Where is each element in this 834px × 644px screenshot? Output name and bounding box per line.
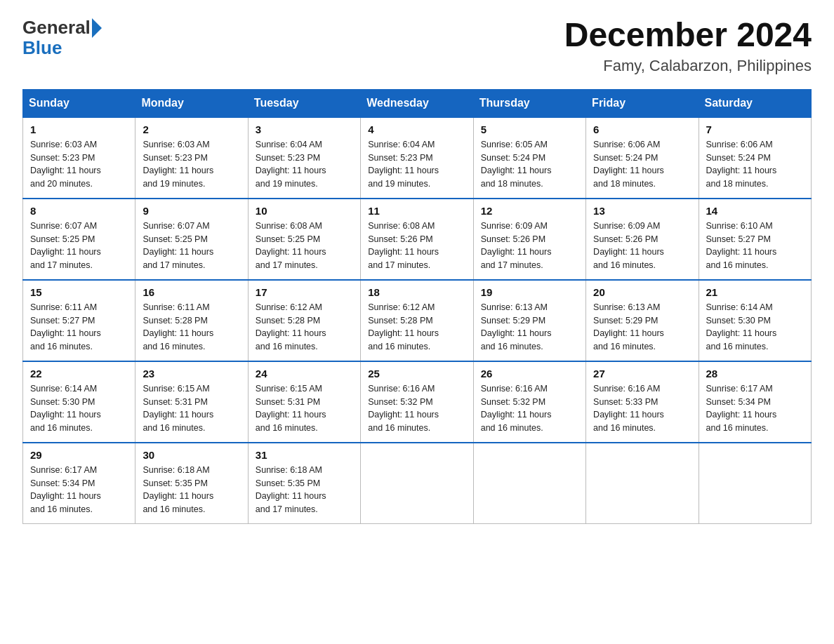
day-cell-10: 10Sunrise: 6:08 AMSunset: 5:25 PMDayligh… bbox=[248, 199, 360, 280]
day-cell-6: 6Sunrise: 6:06 AMSunset: 5:24 PMDaylight… bbox=[586, 117, 699, 199]
day-cell-15: 15Sunrise: 6:11 AMSunset: 5:27 PMDayligh… bbox=[23, 280, 135, 361]
weekday-header-sunday: Sunday bbox=[23, 89, 135, 117]
day-cell-5: 5Sunrise: 6:05 AMSunset: 5:24 PMDaylight… bbox=[473, 117, 585, 199]
day-info-22: Sunrise: 6:14 AMSunset: 5:30 PMDaylight:… bbox=[30, 382, 128, 435]
week-row-4: 22Sunrise: 6:14 AMSunset: 5:30 PMDayligh… bbox=[23, 361, 812, 443]
day-info-17: Sunrise: 6:12 AMSunset: 5:28 PMDaylight:… bbox=[256, 301, 353, 354]
day-info-3: Sunrise: 6:04 AMSunset: 5:23 PMDaylight:… bbox=[256, 138, 353, 191]
day-number-19: 19 bbox=[481, 286, 578, 298]
day-cell-7: 7Sunrise: 6:06 AMSunset: 5:24 PMDaylight… bbox=[699, 117, 811, 199]
day-cell-23: 23Sunrise: 6:15 AMSunset: 5:31 PMDayligh… bbox=[135, 361, 248, 443]
day-info-5: Sunrise: 6:05 AMSunset: 5:24 PMDaylight:… bbox=[481, 138, 578, 191]
logo-blue-text: Blue bbox=[22, 39, 62, 57]
day-info-9: Sunrise: 6:07 AMSunset: 5:25 PMDaylight:… bbox=[143, 220, 240, 272]
logo: General Blue bbox=[22, 17, 102, 57]
title-area: December 2024 Famy, Calabarzon, Philippi… bbox=[564, 17, 812, 75]
weekday-header-friday: Friday bbox=[586, 89, 699, 117]
day-cell-22: 22Sunrise: 6:14 AMSunset: 5:30 PMDayligh… bbox=[23, 361, 135, 443]
day-info-26: Sunrise: 6:16 AMSunset: 5:32 PMDaylight:… bbox=[481, 382, 578, 435]
day-number-8: 8 bbox=[30, 205, 128, 217]
day-info-16: Sunrise: 6:11 AMSunset: 5:28 PMDaylight:… bbox=[143, 301, 240, 354]
day-number-20: 20 bbox=[593, 286, 691, 298]
day-cell-14: 14Sunrise: 6:10 AMSunset: 5:27 PMDayligh… bbox=[699, 199, 811, 280]
day-number-30: 30 bbox=[143, 449, 240, 461]
day-number-14: 14 bbox=[706, 205, 804, 217]
weekday-header-wednesday: Wednesday bbox=[361, 89, 473, 117]
day-cell-12: 12Sunrise: 6:09 AMSunset: 5:26 PMDayligh… bbox=[473, 199, 585, 280]
day-number-5: 5 bbox=[481, 123, 578, 135]
day-number-18: 18 bbox=[368, 286, 465, 298]
day-info-28: Sunrise: 6:17 AMSunset: 5:34 PMDaylight:… bbox=[706, 382, 804, 435]
weekday-header-saturday: Saturday bbox=[699, 89, 811, 117]
day-number-11: 11 bbox=[368, 205, 465, 217]
day-cell-8: 8Sunrise: 6:07 AMSunset: 5:25 PMDaylight… bbox=[23, 199, 135, 280]
day-number-3: 3 bbox=[256, 123, 353, 135]
day-info-11: Sunrise: 6:08 AMSunset: 5:26 PMDaylight:… bbox=[368, 220, 465, 272]
day-cell-24: 24Sunrise: 6:15 AMSunset: 5:31 PMDayligh… bbox=[248, 361, 360, 443]
day-info-25: Sunrise: 6:16 AMSunset: 5:32 PMDaylight:… bbox=[368, 382, 465, 435]
day-number-6: 6 bbox=[593, 123, 691, 135]
day-info-19: Sunrise: 6:13 AMSunset: 5:29 PMDaylight:… bbox=[481, 301, 578, 354]
day-number-27: 27 bbox=[593, 368, 691, 380]
day-info-27: Sunrise: 6:16 AMSunset: 5:33 PMDaylight:… bbox=[593, 382, 691, 435]
day-cell-19: 19Sunrise: 6:13 AMSunset: 5:29 PMDayligh… bbox=[473, 280, 585, 361]
day-info-15: Sunrise: 6:11 AMSunset: 5:27 PMDaylight:… bbox=[30, 301, 128, 354]
day-number-12: 12 bbox=[481, 205, 578, 217]
day-info-4: Sunrise: 6:04 AMSunset: 5:23 PMDaylight:… bbox=[368, 138, 465, 191]
day-info-30: Sunrise: 6:18 AMSunset: 5:35 PMDaylight:… bbox=[143, 464, 240, 516]
logo-general-text: General bbox=[22, 17, 91, 39]
day-cell-28: 28Sunrise: 6:17 AMSunset: 5:34 PMDayligh… bbox=[699, 361, 811, 443]
day-number-28: 28 bbox=[706, 368, 804, 380]
day-number-21: 21 bbox=[706, 286, 804, 298]
weekday-header-tuesday: Tuesday bbox=[248, 89, 360, 117]
week-row-3: 15Sunrise: 6:11 AMSunset: 5:27 PMDayligh… bbox=[23, 280, 812, 361]
month-title: December 2024 bbox=[564, 17, 812, 54]
empty-cell-w4-d4 bbox=[473, 443, 585, 524]
day-info-8: Sunrise: 6:07 AMSunset: 5:25 PMDaylight:… bbox=[30, 220, 128, 272]
day-info-12: Sunrise: 6:09 AMSunset: 5:26 PMDaylight:… bbox=[481, 220, 578, 272]
day-info-13: Sunrise: 6:09 AMSunset: 5:26 PMDaylight:… bbox=[593, 220, 691, 272]
day-number-15: 15 bbox=[30, 286, 128, 298]
day-info-18: Sunrise: 6:12 AMSunset: 5:28 PMDaylight:… bbox=[368, 301, 465, 354]
logo-arrow-icon bbox=[92, 18, 102, 38]
day-info-2: Sunrise: 6:03 AMSunset: 5:23 PMDaylight:… bbox=[143, 138, 240, 191]
day-number-24: 24 bbox=[256, 368, 353, 380]
day-cell-2: 2Sunrise: 6:03 AMSunset: 5:23 PMDaylight… bbox=[135, 117, 248, 199]
day-cell-1: 1Sunrise: 6:03 AMSunset: 5:23 PMDaylight… bbox=[23, 117, 135, 199]
day-number-7: 7 bbox=[706, 123, 804, 135]
day-cell-21: 21Sunrise: 6:14 AMSunset: 5:30 PMDayligh… bbox=[699, 280, 811, 361]
day-cell-16: 16Sunrise: 6:11 AMSunset: 5:28 PMDayligh… bbox=[135, 280, 248, 361]
day-info-7: Sunrise: 6:06 AMSunset: 5:24 PMDaylight:… bbox=[706, 138, 804, 191]
day-number-29: 29 bbox=[30, 449, 128, 461]
day-info-10: Sunrise: 6:08 AMSunset: 5:25 PMDaylight:… bbox=[256, 220, 353, 272]
day-info-14: Sunrise: 6:10 AMSunset: 5:27 PMDaylight:… bbox=[706, 220, 804, 272]
day-cell-20: 20Sunrise: 6:13 AMSunset: 5:29 PMDayligh… bbox=[586, 280, 699, 361]
day-info-21: Sunrise: 6:14 AMSunset: 5:30 PMDaylight:… bbox=[706, 301, 804, 354]
empty-cell-w4-d3 bbox=[361, 443, 473, 524]
week-row-1: 1Sunrise: 6:03 AMSunset: 5:23 PMDaylight… bbox=[23, 117, 812, 199]
day-info-20: Sunrise: 6:13 AMSunset: 5:29 PMDaylight:… bbox=[593, 301, 691, 354]
day-number-1: 1 bbox=[30, 123, 128, 135]
day-number-22: 22 bbox=[30, 368, 128, 380]
day-number-17: 17 bbox=[256, 286, 353, 298]
day-number-4: 4 bbox=[368, 123, 465, 135]
day-number-25: 25 bbox=[368, 368, 465, 380]
day-cell-18: 18Sunrise: 6:12 AMSunset: 5:28 PMDayligh… bbox=[361, 280, 473, 361]
empty-cell-w4-d5 bbox=[586, 443, 699, 524]
day-info-29: Sunrise: 6:17 AMSunset: 5:34 PMDaylight:… bbox=[30, 464, 128, 516]
logo-line1: General bbox=[22, 17, 102, 39]
day-info-1: Sunrise: 6:03 AMSunset: 5:23 PMDaylight:… bbox=[30, 138, 128, 191]
day-cell-13: 13Sunrise: 6:09 AMSunset: 5:26 PMDayligh… bbox=[586, 199, 699, 280]
day-cell-29: 29Sunrise: 6:17 AMSunset: 5:34 PMDayligh… bbox=[23, 443, 135, 524]
day-cell-4: 4Sunrise: 6:04 AMSunset: 5:23 PMDaylight… bbox=[361, 117, 473, 199]
day-cell-31: 31Sunrise: 6:18 AMSunset: 5:35 PMDayligh… bbox=[248, 443, 360, 524]
day-cell-11: 11Sunrise: 6:08 AMSunset: 5:26 PMDayligh… bbox=[361, 199, 473, 280]
calendar-table: SundayMondayTuesdayWednesdayThursdayFrid… bbox=[22, 89, 812, 524]
day-number-23: 23 bbox=[143, 368, 240, 380]
weekday-header-row: SundayMondayTuesdayWednesdayThursdayFrid… bbox=[23, 89, 812, 117]
day-number-26: 26 bbox=[481, 368, 578, 380]
day-number-10: 10 bbox=[256, 205, 353, 217]
day-number-13: 13 bbox=[593, 205, 691, 217]
day-info-23: Sunrise: 6:15 AMSunset: 5:31 PMDaylight:… bbox=[143, 382, 240, 435]
day-cell-30: 30Sunrise: 6:18 AMSunset: 5:35 PMDayligh… bbox=[135, 443, 248, 524]
